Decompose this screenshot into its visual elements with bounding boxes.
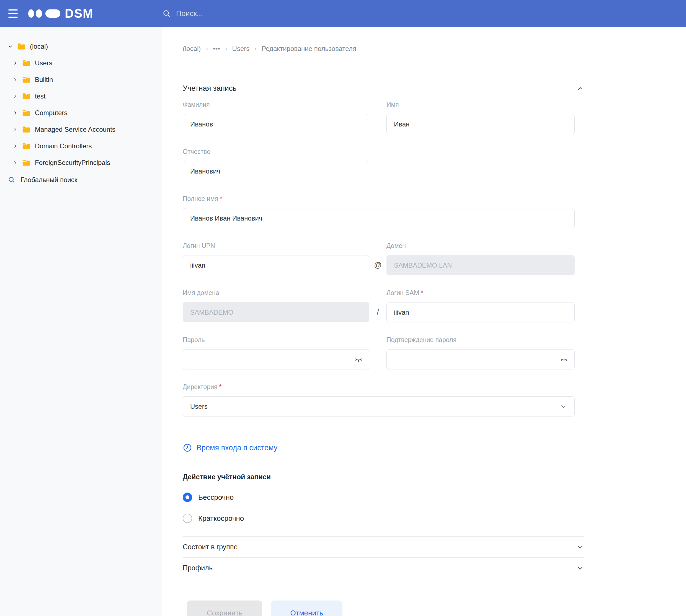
chevron-right-icon — [12, 160, 18, 166]
directory-select[interactable]: Users — [183, 396, 575, 417]
field-domain-name: Имя домена — [183, 289, 369, 323]
folder-icon — [22, 109, 30, 116]
header-search[interactable]: Поиск... — [162, 0, 203, 27]
chevron-right-icon: › — [254, 45, 257, 52]
search-icon — [162, 9, 171, 18]
sam-separator: / — [369, 302, 386, 323]
radio-option-indefinite[interactable]: Бессрочно — [183, 492, 584, 502]
logo-pill-icon — [45, 9, 60, 18]
tree-item-local[interactable]: (local) — [0, 38, 162, 55]
field-label: Логин SAM — [386, 289, 419, 296]
field-label: Пароль — [183, 336, 369, 344]
chevron-down-icon — [559, 403, 567, 411]
chevron-right-icon: › — [206, 45, 208, 52]
logon-time-link[interactable]: Время входа в систему — [183, 443, 584, 453]
full-name-input[interactable] — [183, 208, 575, 228]
app-logo: DSM — [28, 7, 93, 21]
domain-input — [386, 255, 575, 276]
field-label: Фамилия — [183, 101, 369, 109]
tree-item-label: test — [35, 92, 46, 100]
domain-name-input — [183, 302, 369, 323]
main-content: (local) › ••• › Users › Редактирование п… — [162, 27, 686, 616]
tree-item-label: Users — [35, 59, 52, 67]
account-action-label: Действие учётной записи — [183, 473, 584, 481]
section-title: Состоит в группе — [183, 543, 237, 551]
sidebar: (local) Users Builtin — [0, 27, 162, 616]
header-search-placeholder: Поиск... — [176, 9, 203, 18]
section-header-member-of[interactable]: Состоит в группе — [183, 536, 584, 557]
directory-selected-value: Users — [190, 403, 208, 411]
field-first-name: Имя — [386, 101, 575, 134]
folder-icon — [22, 93, 30, 100]
breadcrumb-item-local[interactable]: (local) — [183, 45, 201, 52]
section-header-profile[interactable]: Профиль — [183, 557, 584, 578]
section-title: Профиль — [183, 564, 213, 572]
field-label: Полное имя — [183, 195, 218, 202]
required-mark: * — [219, 383, 222, 391]
logon-time-link-label: Время входа в систему — [196, 444, 277, 452]
folder-icon — [22, 126, 30, 133]
required-mark: * — [220, 195, 222, 202]
save-button[interactable]: Сохранить — [187, 600, 262, 616]
global-search-label: Глобальный поиск — [21, 176, 77, 184]
breadcrumb-ellipsis[interactable]: ••• — [213, 45, 220, 52]
menu-icon[interactable] — [8, 9, 19, 18]
tree-item-label: Domain Controllers — [35, 142, 92, 150]
field-middle-name: Отчество — [183, 148, 369, 181]
user-edit-form: Учетная запись Фамилия Имя — [183, 84, 584, 616]
form-actions: Сохранить Отменить — [183, 600, 584, 616]
tree-item-computers[interactable]: Computers — [0, 105, 162, 121]
eye-closed-icon[interactable] — [559, 355, 569, 364]
chevron-right-icon — [12, 110, 18, 116]
tree-item-builtin[interactable]: Builtin — [0, 71, 162, 88]
password-confirm-input[interactable] — [386, 349, 575, 370]
chevron-right-icon — [12, 93, 18, 99]
tree-item-managed-service-accounts[interactable]: Managed Service Accounts — [0, 121, 162, 138]
search-icon — [8, 176, 16, 184]
chevron-down-icon — [7, 43, 13, 49]
chevron-right-icon: › — [225, 45, 227, 52]
upn-login-input[interactable] — [183, 255, 369, 276]
tree-item-label: Computers — [35, 109, 67, 117]
chevron-right-icon — [12, 144, 18, 149]
radio-unselected-icon — [183, 513, 192, 523]
field-last-name: Фамилия — [183, 101, 369, 134]
chevron-right-icon — [12, 77, 18, 83]
section-header-account[interactable]: Учетная запись — [183, 84, 584, 93]
radio-label: Бессрочно — [198, 493, 234, 502]
tree-item-foreign-security-principals[interactable]: ForeignSecurityPrincipals — [0, 154, 162, 171]
tree-item-label: (local) — [30, 43, 48, 50]
tree-item-users[interactable]: Users — [0, 55, 162, 71]
sam-login-input[interactable] — [386, 302, 575, 323]
folder-icon — [22, 142, 30, 150]
radio-selected-icon — [183, 492, 192, 502]
breadcrumb-item-users[interactable]: Users — [232, 45, 250, 52]
eye-closed-icon[interactable] — [354, 355, 363, 364]
tree-item-domain-controllers[interactable]: Domain Controllers — [0, 138, 162, 154]
field-domain: Домен — [386, 242, 575, 276]
chevron-up-icon[interactable] — [576, 85, 584, 92]
folder-icon — [22, 60, 30, 67]
sidebar-global-search[interactable]: Глобальный поиск — [0, 172, 162, 188]
field-label: Логин UPN — [183, 242, 369, 249]
logo-dot-icon — [28, 9, 34, 18]
middle-name-input[interactable] — [183, 161, 369, 181]
radio-label: Краткосрочно — [198, 514, 244, 523]
tree-item-label: ForeignSecurityPrincipals — [35, 159, 110, 167]
last-name-input[interactable] — [183, 114, 369, 134]
field-password-confirm: Подтверждение пароля — [386, 336, 575, 370]
tree-item-label: Builtin — [35, 76, 53, 84]
password-input[interactable] — [183, 349, 369, 370]
tree-item-label: Managed Service Accounts — [35, 126, 115, 133]
tree-item-test[interactable]: test — [0, 88, 162, 105]
radio-option-temporary[interactable]: Краткосрочно — [183, 513, 584, 523]
field-label: Имя — [386, 101, 575, 109]
first-name-input[interactable] — [386, 114, 575, 134]
field-label: Отчество — [183, 148, 369, 155]
cancel-button[interactable]: Отменить — [271, 600, 342, 616]
clock-icon — [183, 443, 192, 453]
field-directory: Директория* Users — [183, 383, 575, 417]
field-upn-login: Логин UPN — [183, 242, 369, 276]
folder-icon — [17, 43, 25, 50]
logo-dot-icon — [36, 9, 42, 18]
